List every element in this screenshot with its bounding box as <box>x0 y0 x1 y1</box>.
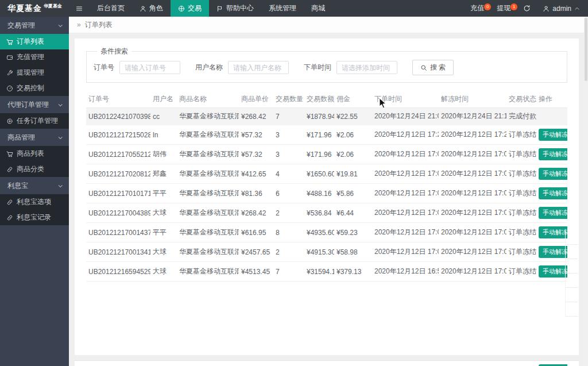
sidebar: 交易管理订单列表充值管理提现管理交易控制代理订单管理任务订单管理商品管理商品列表… <box>0 17 69 366</box>
scrollbar-thumb[interactable] <box>585 18 587 81</box>
wallet-icon <box>6 54 13 61</box>
sidebar-item-product-list[interactable]: 商品列表 <box>0 146 69 161</box>
chevron-down-icon <box>59 102 63 106</box>
logo-superscript: 华夏基金 <box>44 3 62 9</box>
nav-item-system-management[interactable]: 系统管理 <box>261 0 304 17</box>
cell-price: ¥57.32 <box>239 145 273 164</box>
scrollbar[interactable] <box>584 17 588 366</box>
cell-user: 大球 <box>150 203 177 223</box>
cell-status: 订单冻结 <box>506 242 536 262</box>
person-icon <box>543 5 550 12</box>
cell-status: 订单冻结 <box>506 361 536 366</box>
cell-order_no: UB2012121705521223 <box>86 145 150 164</box>
cell-user: 大球 <box>150 262 177 282</box>
withdraw-button[interactable]: 提现 1 <box>490 3 517 13</box>
manual-unfreeze-button[interactable]: 手动解冻 <box>539 187 567 199</box>
column-header: 订单号 <box>86 90 150 108</box>
content-panel: 条件搜索 订单号用户名称下单时间 搜 索 订单号用户名商品名称商品单价交易数量交… <box>75 38 579 355</box>
cell-product: 华夏基金移动互联混合 <box>177 242 239 262</box>
column-header: 解冻时间 <box>439 90 506 108</box>
manual-unfreeze-button[interactable]: 手动解冻 <box>539 129 567 141</box>
recharge-button[interactable]: 充值 0 <box>464 3 490 13</box>
sidebar-group-product-management[interactable]: 商品管理 <box>0 129 69 146</box>
cell-product: 华夏基金移动互联混合 <box>177 108 239 125</box>
nav-item-help-center[interactable]: 帮助中心 <box>209 0 261 17</box>
sidebar-toggle-button[interactable] <box>69 0 90 17</box>
nav-item-roles[interactable]: 角色 <box>132 0 171 17</box>
nav-item-mall[interactable]: 商城 <box>304 0 332 17</box>
sidebar-item-lixibao-options[interactable]: 利息宝选项 <box>0 194 69 210</box>
cell-price: ¥4513.45 <box>239 262 273 282</box>
sidebar-item-withdraw-management[interactable]: 提现管理 <box>0 65 69 80</box>
cell-user: 大球 <box>150 242 177 262</box>
breadcrumb-arrow-icon: » <box>77 21 81 29</box>
sidebar-item-task-order-management[interactable]: 任务订单管理 <box>0 113 69 129</box>
cell-status: 订单冻结 <box>506 262 536 282</box>
table-row: UB2012121721502842ln华夏基金移动互联混合¥57.323¥17… <box>86 125 567 145</box>
manual-unfreeze-button[interactable]: 手动解冻 <box>539 148 567 160</box>
cell-order_no: UB2012242107039805 <box>86 108 150 125</box>
cell-user: 平平 <box>150 184 177 203</box>
cart-icon <box>6 151 13 157</box>
cell-product: 华夏基金移动互联混合 <box>177 223 239 242</box>
column-header: 下单时间 <box>372 90 439 108</box>
person-icon <box>140 5 146 12</box>
search-username-input-group: 用户名称 <box>195 61 289 74</box>
column-header: 佣金 <box>334 90 372 108</box>
cell-order_time: 2020年12月12日 17:00:14 <box>372 223 439 242</box>
cell-product: 华夏基金移动互联混合 <box>177 262 239 282</box>
refresh-button[interactable] <box>517 5 537 12</box>
manual-unfreeze-button[interactable]: 手动解冻 <box>539 246 567 258</box>
cell-qty: 2 <box>273 242 304 262</box>
wrench-icon <box>6 70 13 76</box>
cell-commission: ¥2.06 <box>334 125 372 145</box>
hamburger-icon <box>76 5 83 12</box>
column-header: 用户名 <box>150 90 177 108</box>
topbar: 华夏基金华夏基金 后台首页角色交易帮助中心系统管理商城 充值 0 提现 1 ad… <box>0 0 588 17</box>
table-row: UB2012121659452986大球华夏基金移动互联混合¥4513.457¥… <box>86 262 567 282</box>
search-username-input[interactable] <box>228 61 289 74</box>
sidebar-item-product-category[interactable]: 商品分类 <box>0 161 69 177</box>
topbar-nav: 后台首页角色交易帮助中心系统管理商城 <box>90 0 332 17</box>
manual-unfreeze-button[interactable]: 手动解冻 <box>539 265 567 278</box>
cell-price: ¥57.32 <box>239 361 273 366</box>
chevron-down-icon <box>59 135 63 139</box>
table-row: UB2012242107039805cc华夏基金移动互联混合¥268.427¥1… <box>86 108 567 125</box>
sidebar-group-trade-management[interactable]: 交易管理 <box>0 17 69 34</box>
cell-commission: ¥2.06 <box>334 145 372 164</box>
sidebar-item-order-list[interactable]: 订单列表 <box>0 34 69 49</box>
manual-unfreeze-button[interactable]: 手动解冻 <box>539 168 567 180</box>
manual-unfreeze-button[interactable]: 手动解冻 <box>539 207 567 219</box>
link-icon <box>6 199 13 206</box>
cell-user: 胡伟 <box>150 145 177 164</box>
cell-order_no: UB2012121702081297 <box>86 164 150 184</box>
search-button[interactable]: 搜 索 <box>412 60 454 75</box>
sidebar-group-lixibao[interactable]: 利息宝 <box>0 177 69 194</box>
cell-order_no: UB2012121701017183 <box>86 184 150 203</box>
orders-table-wrap: 订单号用户名商品名称商品单价交易数量交易数额佣金下单时间解冻时间交易状态操作 U… <box>86 90 567 282</box>
cell-amount: ¥1878.94 <box>304 108 334 125</box>
table-row: UB2012121700143731平平华夏基金移动互联混合¥616.958¥4… <box>86 223 567 242</box>
user-menu[interactable]: admin <box>537 5 588 13</box>
cell-unfreeze_time: 2020年12月12日 17:04:28 <box>439 184 506 203</box>
sidebar-item-trade-control[interactable]: 交易控制 <box>0 80 69 96</box>
sidebar-item-lixibao-records[interactable]: 利息宝记录 <box>0 210 69 225</box>
flag-icon <box>216 5 223 12</box>
column-header: 交易数额 <box>304 90 334 108</box>
transaction-icon <box>178 5 185 12</box>
cell-status: 订单冻结 <box>506 203 536 223</box>
breadcrumb: » 订单列表 <box>69 17 588 33</box>
cell-price: ¥57.32 <box>239 125 273 145</box>
sidebar-item-recharge-management[interactable]: 充值管理 <box>0 49 69 65</box>
cell-price: ¥268.42 <box>239 203 273 223</box>
nav-item-dashboard[interactable]: 后台首页 <box>90 0 132 17</box>
manual-unfreeze-button[interactable]: 手动解冻 <box>539 226 567 238</box>
sidebar-group-agent-order-management[interactable]: 代理订单管理 <box>0 96 69 113</box>
withdraw-badge: 1 <box>510 3 517 10</box>
cell-action: 手动解冻 <box>536 184 567 203</box>
search-order-time-input[interactable] <box>336 61 397 74</box>
search-order-no-input[interactable] <box>119 61 180 74</box>
nav-item-trade[interactable]: 交易 <box>171 0 209 17</box>
cell-qty: 8 <box>273 223 304 242</box>
cell-action: 手动解冻 <box>536 242 567 262</box>
